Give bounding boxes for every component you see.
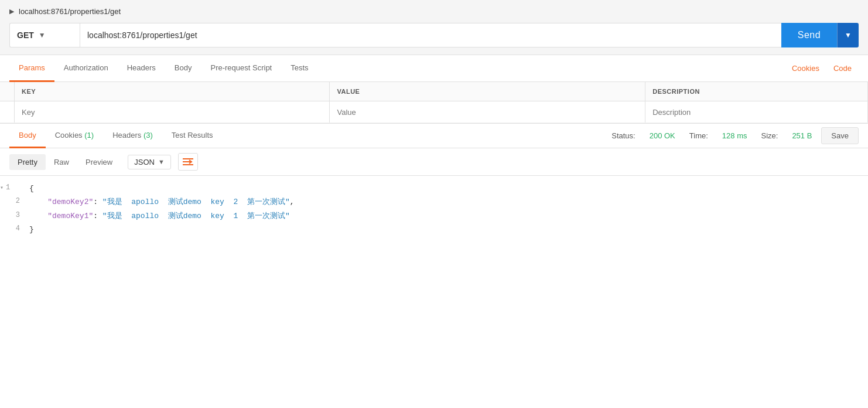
cookies-link[interactable]: Cookies [785, 56, 826, 81]
col-key-header: KEY [15, 82, 330, 101]
value-input[interactable] [337, 108, 638, 117]
code-line-1: ▾ 1 { [0, 182, 868, 195]
code-line-2: 2 "demoKey2": "我是 apollo 测试demo key 2 第一… [0, 195, 868, 209]
line-num-2: 2 [0, 195, 29, 208]
line-content-3: "demoKey1": "我是 apollo 测试demo key 1 第一次测… [29, 209, 868, 223]
resp-tab-body[interactable]: Body [9, 124, 46, 148]
code-link[interactable]: Code [826, 56, 859, 81]
save-button[interactable]: Save [821, 127, 859, 144]
cookies-badge: (1) [84, 131, 94, 140]
method-label: GET [17, 30, 34, 40]
fmt-tab-preview[interactable]: Preview [77, 154, 121, 170]
tab-tests[interactable]: Tests [281, 55, 317, 82]
code-line-3: 3 "demoKey1": "我是 apollo 测试demo key 1 第一… [0, 209, 868, 223]
method-select[interactable]: GET ▼ [9, 23, 80, 47]
line-num-4: 4 [0, 223, 29, 236]
method-dropdown-arrow-icon: ▼ [39, 31, 46, 39]
col-checkbox [0, 82, 15, 101]
url-input[interactable] [80, 23, 781, 47]
tab-headers[interactable]: Headers [118, 55, 165, 82]
time-label: Time: [689, 131, 708, 140]
tab-body[interactable]: Body [165, 55, 201, 82]
resp-tab-test-results[interactable]: Test Results [162, 124, 223, 148]
params-table-header: KEY VALUE DESCRIPTION [0, 82, 868, 101]
line-num-1: ▾ 1 [0, 182, 29, 195]
send-button[interactable]: Send [781, 23, 837, 47]
row-key-cell[interactable] [15, 101, 330, 123]
status-value: 200 OK [650, 131, 675, 140]
time-value: 128 ms [722, 131, 747, 140]
row-checkbox-cell [0, 101, 15, 123]
wrap-icon [182, 157, 194, 167]
wrap-button[interactable] [178, 153, 198, 171]
format-select[interactable]: JSON ▼ [128, 155, 171, 169]
status-label: Status: [611, 131, 635, 140]
send-dropdown-button[interactable]: ▼ [837, 23, 859, 47]
headers-badge: (3) [143, 131, 153, 140]
params-table: KEY VALUE DESCRIPTION [0, 82, 868, 123]
response-meta: Status: 200 OK Time: 128 ms Size: 251 B [611, 131, 812, 140]
line-content-2: "demoKey2": "我是 apollo 测试demo key 2 第一次测… [29, 195, 868, 209]
collapse-arrow-icon[interactable]: ▶ [9, 8, 14, 15]
line-content-4: } [29, 223, 868, 236]
size-value: 251 B [792, 131, 812, 140]
url-title: localhost:8761/properties1/get [19, 7, 121, 16]
resp-tab-headers[interactable]: Headers (3) [103, 124, 162, 148]
row-description-cell[interactable] [645, 101, 868, 123]
line-content-1: { [29, 182, 868, 195]
size-label: Size: [761, 131, 778, 140]
fmt-tab-pretty[interactable]: Pretty [9, 154, 46, 170]
line-num-3: 3 [0, 209, 29, 222]
description-input[interactable] [652, 108, 860, 117]
tab-pre-request-script[interactable]: Pre-request Script [201, 55, 281, 82]
format-select-arrow-icon: ▼ [158, 158, 165, 165]
request-tabs: Params Authorization Headers Body Pre-re… [0, 55, 868, 82]
row-value-cell[interactable] [330, 101, 645, 123]
format-bar: Pretty Raw Preview JSON ▼ [0, 148, 868, 176]
col-description-header: DESCRIPTION [645, 82, 868, 101]
key-input[interactable] [22, 108, 322, 117]
col-value-header: VALUE [330, 82, 645, 101]
send-btn-wrapper: Send ▼ [781, 23, 859, 47]
resp-tab-cookies[interactable]: Cookies (1) [46, 124, 103, 148]
tab-authorization[interactable]: Authorization [54, 55, 118, 82]
tab-params[interactable]: Params [9, 55, 54, 82]
line-collapse-icon[interactable]: ▾ [0, 183, 4, 193]
params-placeholder-row [0, 101, 868, 123]
format-select-label: JSON [134, 158, 155, 166]
response-tabs: Body Cookies (1) Headers (3) Test Result… [0, 124, 868, 148]
code-line-4: 4 } [0, 223, 868, 236]
url-title-row: ▶ localhost:8761/properties1/get [9, 7, 859, 16]
url-bar-section: ▶ localhost:8761/properties1/get GET ▼ S… [0, 0, 868, 55]
code-viewer: ▾ 1 { 2 "demoKey2": "我是 apollo 测试demo ke… [0, 176, 868, 243]
tab-right-links: Cookies Code [785, 56, 859, 81]
url-input-row: GET ▼ Send ▼ [9, 23, 859, 47]
fmt-tab-raw[interactable]: Raw [46, 154, 77, 170]
